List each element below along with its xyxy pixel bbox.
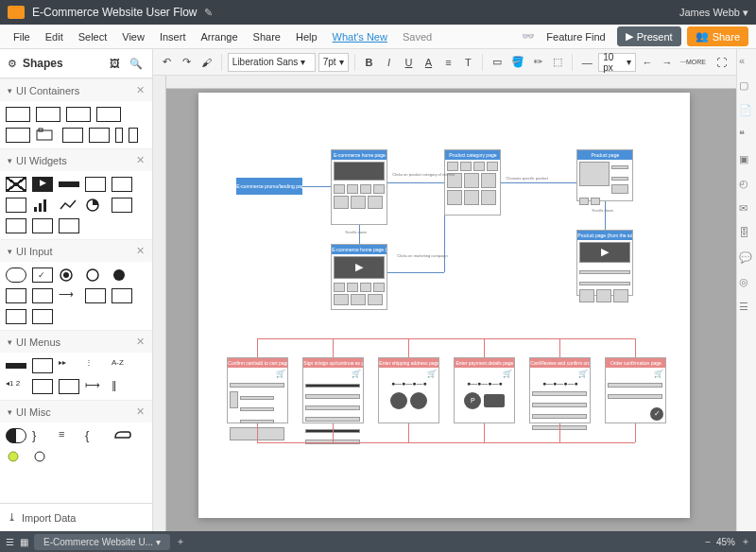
- shape-item[interactable]: [59, 198, 79, 213]
- comment-icon[interactable]: 💬: [739, 251, 754, 267]
- close-icon[interactable]: ✕: [136, 405, 145, 418]
- page[interactable]: E-commerce promo/landing page E-commerce…: [198, 93, 690, 518]
- document-title[interactable]: E-Commerce Website User Flow: [32, 6, 197, 19]
- edge-label[interactable]: Scrolls down: [345, 230, 367, 234]
- zoom-in-button[interactable]: ＋: [741, 535, 750, 548]
- font-size-select[interactable]: 7pt▾: [318, 53, 349, 72]
- menu-whats-new[interactable]: What's New: [327, 31, 393, 43]
- canvas[interactable]: E-commerce promo/landing page E-commerce…: [153, 76, 736, 531]
- fullscreen-button[interactable]: ⛶: [713, 53, 730, 72]
- shape-item[interactable]: ⟼: [85, 379, 106, 394]
- shape-item[interactable]: }: [32, 428, 53, 443]
- quote-icon[interactable]: ❝: [739, 129, 754, 144]
- wf-checkout-2[interactable]: Sign in/sign up/continue as guest page 🛒: [302, 357, 364, 423]
- menu-insert[interactable]: Insert: [154, 31, 192, 43]
- shape-item[interactable]: ⋮: [85, 358, 106, 373]
- archive-icon[interactable]: 🗄: [739, 227, 754, 242]
- redo-button[interactable]: ↷: [179, 53, 196, 72]
- menu-help[interactable]: Help: [290, 31, 323, 43]
- fill-button[interactable]: 🪣: [508, 53, 526, 72]
- shape-item[interactable]: [32, 218, 53, 233]
- shape-style-button[interactable]: ▭: [489, 53, 506, 72]
- shape-item[interactable]: {: [85, 428, 106, 443]
- search-icon[interactable]: 🔍: [128, 55, 145, 72]
- underline-button[interactable]: U: [400, 53, 417, 72]
- shape-item[interactable]: [36, 128, 57, 143]
- menu-share[interactable]: Share: [248, 31, 286, 43]
- shape-item[interactable]: [6, 288, 26, 303]
- shape-options-button[interactable]: ⬚: [549, 53, 566, 72]
- line-width-select[interactable]: 10 px▾: [598, 53, 636, 72]
- shape-item[interactable]: ≡: [59, 428, 79, 443]
- grid-view-icon[interactable]: ▦: [20, 537, 28, 547]
- target-icon[interactable]: ◎: [739, 276, 754, 291]
- shape-item[interactable]: [32, 198, 53, 213]
- menu-file[interactable]: File: [8, 31, 36, 43]
- section-ui-misc[interactable]: ▾UI Misc✕: [0, 400, 152, 423]
- shape-item[interactable]: [6, 218, 26, 233]
- shape-item[interactable]: [6, 363, 26, 369]
- shape-item[interactable]: ▸▸: [59, 358, 79, 373]
- shape-item[interactable]: [32, 379, 53, 394]
- shape-item[interactable]: [6, 177, 26, 192]
- edge-label[interactable]: Clicks on marketing campaign: [397, 253, 447, 258]
- wf-product-detail[interactable]: Product page (from the ad) ▶: [576, 230, 633, 296]
- close-icon[interactable]: ✕: [136, 84, 145, 96]
- shape-item[interactable]: [85, 267, 106, 283]
- arrow-right-button[interactable]: →: [659, 53, 676, 72]
- feedback-icon[interactable]: ☰: [739, 301, 754, 316]
- arrow-left-button[interactable]: ←: [639, 53, 656, 72]
- bold-button[interactable]: B: [360, 53, 377, 72]
- section-ui-input[interactable]: ▾UI Input✕: [0, 239, 152, 262]
- wf-promo-label[interactable]: E-commerce promo/landing page: [236, 178, 302, 195]
- font-select[interactable]: Liberation Sans▾: [228, 53, 316, 72]
- shape-item[interactable]: [85, 288, 106, 303]
- edge-label[interactable]: Scrolls down: [592, 208, 613, 213]
- collapse-icon[interactable]: «: [739, 55, 754, 70]
- wf-ecom-home[interactable]: E-commerce home page: [331, 149, 387, 225]
- zoom-out-button[interactable]: −: [705, 537, 711, 547]
- section-ui-containers[interactable]: ▾UI Containers✕: [0, 78, 152, 101]
- doc-icon[interactable]: 📄: [739, 104, 754, 119]
- shape-item[interactable]: [62, 128, 83, 143]
- italic-button[interactable]: I: [380, 53, 397, 72]
- import-data-button[interactable]: ⤓ Import Data: [0, 503, 152, 531]
- wf-product-category[interactable]: Product category page: [444, 149, 501, 216]
- shape-item[interactable]: [112, 267, 132, 283]
- shape-item[interactable]: [89, 128, 110, 143]
- shape-item[interactable]: [36, 107, 60, 122]
- wf-checkout-1[interactable]: Confirm cart/add to cart page 🛒: [227, 357, 288, 423]
- shape-item[interactable]: [59, 181, 79, 187]
- shape-item[interactable]: ‖: [112, 379, 132, 394]
- shape-item[interactable]: [85, 177, 106, 192]
- add-page-button[interactable]: ＋: [176, 535, 185, 548]
- line-style-button[interactable]: —: [578, 53, 595, 72]
- section-ui-menus[interactable]: ▾UI Menus✕: [0, 330, 152, 353]
- shape-item[interactable]: [6, 198, 26, 213]
- edge-label[interactable]: Clicks on product category of interest: [392, 172, 455, 177]
- undo-button[interactable]: ↶: [159, 53, 176, 72]
- close-icon[interactable]: ✕: [136, 245, 145, 257]
- shape-item[interactable]: [32, 309, 53, 324]
- close-icon[interactable]: ✕: [136, 336, 145, 348]
- inbox-icon[interactable]: ✉: [739, 202, 754, 217]
- shape-item[interactable]: [112, 288, 132, 303]
- shape-item[interactable]: ▶: [32, 177, 53, 192]
- menu-select[interactable]: Select: [73, 31, 113, 43]
- shape-item[interactable]: [32, 449, 53, 464]
- zoom-level[interactable]: 45%: [716, 537, 735, 547]
- paint-button[interactable]: 🖌: [198, 53, 215, 72]
- presentation-icon[interactable]: ▣: [739, 153, 754, 168]
- shape-item[interactable]: [96, 107, 121, 122]
- shape-item[interactable]: ✓: [32, 267, 53, 283]
- more-button[interactable]: ···MORE: [679, 53, 708, 72]
- user-menu[interactable]: James Webb ▾: [679, 7, 748, 19]
- edit-title-icon[interactable]: ✎: [204, 7, 213, 19]
- shape-item[interactable]: [59, 218, 79, 233]
- shape-item[interactable]: [32, 358, 53, 373]
- wf-checkout-5[interactable]: Cart/Review and confirm order page 🛒●—●—…: [529, 357, 591, 423]
- close-icon[interactable]: ✕: [136, 154, 145, 166]
- menu-view[interactable]: View: [116, 31, 150, 43]
- menu-arrange[interactable]: Arrange: [195, 31, 243, 43]
- menu-edit[interactable]: Edit: [40, 31, 69, 43]
